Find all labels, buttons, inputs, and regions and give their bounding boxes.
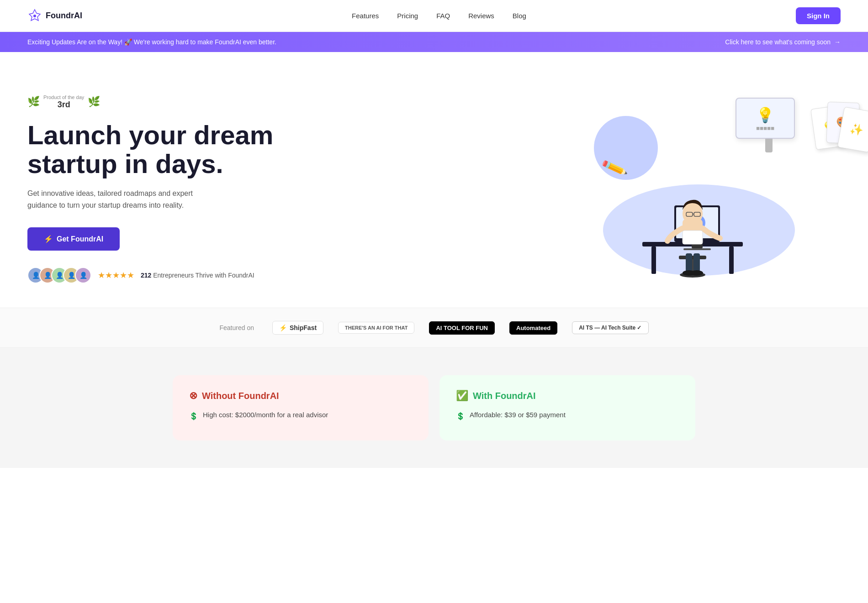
svg-rect-3 — [729, 246, 734, 274]
automateed-label: Automateed — [516, 325, 550, 331]
cost-icon: 💲 — [189, 412, 198, 420]
nav-blog[interactable]: Blog — [513, 12, 526, 20]
badge-text: Product of the day 3rd — [43, 94, 84, 110]
without-item-text-1: High cost: $2000/month for a real adviso… — [203, 411, 328, 419]
avatar: 👤 — [75, 267, 91, 283]
product-badge: 🌿 Product of the day 3rd 🌿 — [27, 94, 279, 110]
badge-label: Product of the day — [43, 94, 84, 100]
proof-label: Entrepreneurs Thrive with FoundrAI — [153, 272, 254, 279]
banner-right-text: Click here to see what's coming soon — [725, 38, 831, 46]
social-proof: 👤 👤 👤 👤 👤 ★★★★★ 212 Entrepreneurs Thrive… — [27, 267, 279, 283]
logo-aitool[interactable]: AI TOOL FOR FUN — [429, 321, 495, 335]
hero-content: 🌿 Product of the day 3rd 🌿 Launch your d… — [27, 94, 279, 284]
without-card: ⊗ Without FoundrAI 💲 High cost: $2000/mo… — [173, 375, 429, 440]
cta-button[interactable]: ⚡ Get FoundrAI — [27, 227, 120, 251]
featured-logos: ⚡ ShipFast THERE'S AN AI FOR THAT AI TOO… — [272, 321, 649, 335]
laurel-left-icon: 🌿 — [27, 96, 40, 108]
badge-number: 3rd — [43, 100, 84, 110]
hero-subheadline: Get innovative ideas, tailored roadmaps … — [27, 188, 219, 211]
cta-label: Get FoundrAI — [57, 235, 103, 243]
with-icon: ✅ — [456, 390, 468, 402]
avatar-group: 👤 👤 👤 👤 👤 — [27, 267, 91, 283]
banner-arrow-icon: → — [834, 38, 841, 46]
banner-cta[interactable]: Click here to see what's coming soon → — [725, 38, 841, 46]
nav-faq[interactable]: FAQ — [436, 12, 450, 20]
laurel-right-icon: 🌿 — [88, 96, 100, 108]
with-item-text-1: Affordable: $39 or $59 payment — [470, 411, 566, 419]
nav-features[interactable]: Features — [352, 12, 379, 20]
shipfast-label: ShipFast — [290, 324, 317, 331]
svg-point-22 — [690, 270, 703, 276]
hero-section: 🌿 Product of the day 3rd 🌿 Launch your d… — [0, 52, 868, 308]
svg-rect-2 — [651, 246, 656, 274]
nav-reviews[interactable]: Reviews — [468, 12, 494, 20]
svg-rect-9 — [683, 248, 711, 250]
hero-headline: Launch your dream startup in days. — [27, 121, 279, 179]
signin-button[interactable]: Sign In — [796, 7, 841, 24]
banner-left-text: Exciting Updates Are on the Way! 🚀 We're… — [27, 38, 276, 46]
announcement-banner: Exciting Updates Are on the Way! 🚀 We're… — [0, 32, 868, 52]
logo-automateed[interactable]: Automateed — [509, 321, 557, 335]
svg-rect-19 — [686, 253, 692, 272]
without-title-text: Without FoundrAI — [202, 391, 279, 401]
with-card: ✅ With FoundrAI 💲 Affordable: $39 or $59… — [439, 375, 695, 440]
svg-rect-20 — [693, 253, 700, 272]
with-item-1: 💲 Affordable: $39 or $59 payment — [456, 411, 679, 420]
person-illustration — [629, 160, 757, 280]
theresanai-label: THERE'S AN AI FOR THAT — [345, 325, 408, 330]
stars-display: ★★★★★ — [98, 270, 134, 280]
featured-section: Featured on ⚡ ShipFast THERE'S AN AI FOR… — [0, 308, 868, 348]
monitor-icon: 💡 ◼◼◼◼◼ — [736, 98, 795, 139]
affordable-icon: 💲 — [456, 412, 465, 420]
card-star-icon: ✨ — [849, 122, 864, 137]
proof-text: 212 Entrepreneurs Thrive with FoundrAI — [141, 272, 254, 279]
monitor-label: ◼◼◼◼◼ — [756, 126, 774, 131]
nav-pricing[interactable]: Pricing — [397, 12, 418, 20]
nav-links: Features Pricing FAQ Reviews Blog — [352, 12, 526, 20]
aitool-label: AI TOOL FOR FUN — [436, 325, 488, 331]
comparison-section: ⊗ Without FoundrAI 💲 High cost: $2000/mo… — [0, 348, 868, 468]
hero-illustration: 💡 ◼◼◼◼◼ 💡 🎨 ✨ ✏️ — [557, 89, 841, 289]
aits-label: AI TS — AI Tech Suite ✓ — [579, 325, 641, 331]
svg-rect-10 — [679, 256, 706, 259]
with-title-text: With FoundrAI — [473, 391, 536, 401]
logo-text: FoundrAI — [46, 11, 82, 21]
shipfast-icon: ⚡ — [279, 324, 287, 331]
without-title: ⊗ Without FoundrAI — [189, 390, 412, 402]
logo-aitechsuite[interactable]: AI TS — AI Tech Suite ✓ — [572, 321, 648, 334]
navbar: FoundrAI Features Pricing FAQ Reviews Bl… — [0, 0, 868, 32]
without-item-1: 💲 High cost: $2000/month for a real advi… — [189, 411, 412, 420]
person-svg — [629, 160, 757, 278]
with-title: ✅ With FoundrAI — [456, 390, 679, 402]
bulb-icon: 💡 — [756, 106, 774, 124]
cta-icon: ⚡ — [44, 235, 53, 243]
logo-icon — [27, 9, 42, 23]
logo-theresanai[interactable]: THERE'S AN AI FOR THAT — [338, 322, 414, 334]
logo[interactable]: FoundrAI — [27, 9, 82, 23]
featured-label: Featured on — [219, 324, 254, 331]
proof-count: 212 — [141, 272, 151, 279]
logo-shipfast[interactable]: ⚡ ShipFast — [272, 321, 323, 335]
monitor-stand — [765, 139, 773, 152]
star-rating: ★★★★★ — [98, 270, 134, 280]
illustration-container: 💡 ◼◼◼◼◼ 💡 🎨 ✨ ✏️ — [576, 89, 822, 289]
svg-rect-18 — [683, 231, 703, 244]
svg-point-0 — [33, 15, 36, 17]
without-icon: ⊗ — [189, 390, 197, 402]
